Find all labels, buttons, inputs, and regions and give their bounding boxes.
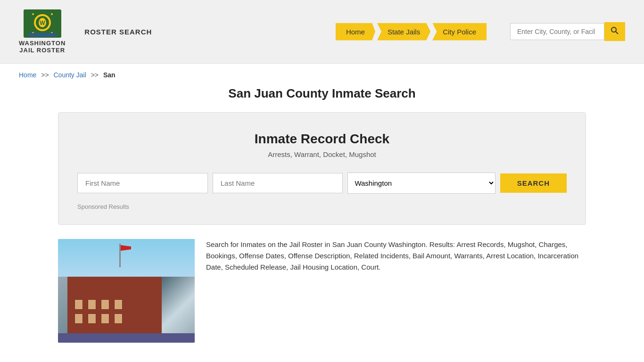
- last-name-input[interactable]: [213, 173, 343, 193]
- breadcrumb: Home >> County Jail >> San: [0, 64, 644, 86]
- svg-rect-9: [28, 33, 57, 37]
- state-select[interactable]: WashingtonAlabamaAlaskaArizonaArkansasCa…: [347, 173, 495, 194]
- main-content: San Juan County Inmate Search Inmate Rec…: [39, 86, 605, 362]
- sponsored-label: Sponsored Results: [77, 203, 567, 210]
- record-check-subtitle: Arrests, Warrant, Docket, Mugshot: [77, 150, 567, 158]
- record-check-title: Inmate Record Check: [77, 132, 567, 147]
- svg-point-10: [611, 27, 616, 32]
- svg-point-6: [51, 13, 53, 15]
- header-search-button[interactable]: [604, 22, 625, 41]
- roster-search-label: ROSTER SEARCH: [84, 28, 152, 36]
- svg-text:W: W: [40, 20, 45, 26]
- nav-home[interactable]: Home: [336, 23, 375, 41]
- nav-state-jails[interactable]: State Jails: [377, 23, 430, 41]
- logo-flag-icon: W: [24, 9, 61, 38]
- inmate-search-form: WashingtonAlabamaAlaskaArizonaArkansasCa…: [77, 173, 567, 194]
- search-button[interactable]: SEARCH: [500, 173, 567, 193]
- breadcrumb-current: San: [103, 71, 116, 79]
- main-nav: Home State Jails City Police: [336, 23, 487, 41]
- first-name-input[interactable]: [77, 173, 208, 193]
- svg-point-5: [32, 13, 34, 15]
- bottom-section: Search for Inmates on the Jail Roster in…: [58, 239, 586, 343]
- header-search-area: [510, 22, 625, 41]
- search-icon: [611, 26, 619, 35]
- description-text: Search for Inmates on the Jail Roster in…: [206, 239, 586, 273]
- page-title: San Juan County Inmate Search: [58, 86, 586, 101]
- nav-city-police[interactable]: City Police: [432, 23, 487, 41]
- site-logo[interactable]: W WASHINGTON JAIL ROSTER: [19, 9, 66, 54]
- breadcrumb-home[interactable]: Home: [19, 71, 36, 79]
- header-search-input[interactable]: [510, 23, 604, 40]
- header: W WASHINGTON JAIL ROSTER ROSTER SEARCH H…: [0, 0, 644, 64]
- breadcrumb-separator-2: >>: [91, 71, 99, 79]
- breadcrumb-separator-1: >>: [41, 71, 49, 79]
- logo-text-main: WASHINGTON: [19, 40, 66, 47]
- record-check-box: Inmate Record Check Arrests, Warrant, Do…: [58, 112, 586, 225]
- logo-text-sub: JAIL ROSTER: [19, 47, 65, 54]
- jail-image: [58, 239, 195, 343]
- breadcrumb-county-jail[interactable]: County Jail: [54, 71, 86, 79]
- svg-line-11: [616, 32, 618, 34]
